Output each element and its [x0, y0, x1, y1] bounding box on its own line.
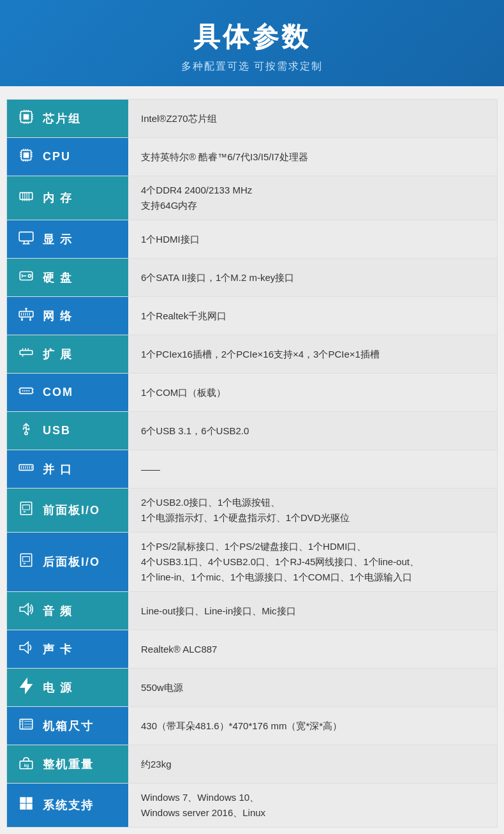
svg-rect-15 — [24, 152, 29, 158]
spec-name-front-panel: 前面板I/O — [43, 503, 100, 518]
cpu-icon — [16, 147, 36, 167]
chassis-icon — [16, 716, 36, 736]
spec-label-audio: 音 频 — [7, 592, 128, 630]
spec-name-weight: 整机重量 — [43, 757, 94, 772]
spec-name-usb: USB — [43, 424, 71, 437]
spec-value-line: 6个SATA II接口，1个M.2 m-key接口 — [141, 270, 294, 285]
spec-value-inner-parallel: —— — [141, 462, 160, 477]
svg-text:kg: kg — [24, 762, 29, 768]
spec-value-line: Intel®Z270芯片组 — [141, 111, 217, 126]
spec-value-power: 550w电源 — [128, 669, 497, 706]
chipset-icon — [16, 109, 36, 129]
spec-value-line: 1个COM口（板载） — [141, 385, 226, 400]
spec-label-memory: 内 存 — [7, 176, 128, 220]
spec-value-line: 支持英特尔® 酷睿™6/7代I3/I5/I7处理器 — [141, 149, 308, 165]
spec-value-line: 550w电源 — [141, 680, 183, 695]
spec-row-power: 电 源 550w电源 — [7, 669, 497, 707]
sound-card-icon — [16, 639, 36, 660]
svg-point-63 — [22, 390, 24, 391]
spec-name-power: 电 源 — [43, 680, 73, 695]
spec-value-inner-power: 550w电源 — [141, 680, 183, 695]
page-subtitle: 多种配置可选 可按需求定制 — [13, 60, 491, 73]
spec-row-os: 系统支持 Windows 7、Windows 10、Windows server… — [7, 784, 497, 827]
spec-value-line: 1个HDMI接口 — [141, 232, 200, 247]
svg-rect-87 — [23, 557, 30, 562]
spec-row-chipset: 芯片组 Intel®Z270芯片组 — [7, 100, 497, 138]
spec-name-rear-panel: 后面板I/O — [43, 554, 100, 570]
spec-value-com: 1个COM口（板载） — [128, 374, 497, 411]
spec-value-line: 1个PS/2鼠标接口、1个PS/2键盘接口、1个HDMI口、 — [141, 539, 419, 554]
spec-value-chassis: 430（带耳朵481.6）*470*176 mm（宽*深*高） — [128, 707, 497, 745]
svg-marker-89 — [20, 603, 28, 614]
spec-row-front-panel: 前面板I/O 2个USB2.0接口、1个电源按钮、1个电源指示灯、1个硬盘指示灯… — [7, 489, 497, 533]
spec-name-sound-card: 声 卡 — [43, 642, 73, 657]
spec-value-sound-card: Realtek® ALC887 — [128, 630, 497, 668]
svg-rect-37 — [19, 232, 33, 241]
spec-value-inner-chipset: Intel®Z270芯片组 — [141, 111, 217, 126]
spec-value-harddisk: 6个SATA II接口，1个M.2 m-key接口 — [128, 259, 497, 296]
spec-value-inner-display: 1个HDMI接口 — [141, 232, 200, 247]
svg-point-71 — [25, 432, 27, 434]
spec-name-os: 系统支持 — [43, 798, 94, 813]
spec-value-audio: Line-out接口、Line-in接口、Mic接口 — [128, 592, 497, 630]
spec-label-weight: kg 整机重量 — [7, 745, 128, 783]
spec-value-line: 1个PCIex16插槽，2个PCIe×16支持×4，3个PCIe×1插槽 — [141, 347, 380, 362]
network-icon — [16, 306, 36, 326]
spec-label-cpu: CPU — [7, 138, 128, 176]
com-icon — [16, 383, 36, 403]
svg-rect-101 — [20, 797, 26, 803]
spec-value-line: Realtek® ALC887 — [141, 642, 217, 657]
spec-value-inner-expansion: 1个PCIex16插槽，2个PCIe×16支持×4，3个PCIe×1插槽 — [141, 347, 380, 362]
svg-marker-91 — [20, 679, 31, 693]
spec-label-com: COM — [7, 374, 128, 411]
spec-row-memory: 内 存 4个DDR4 2400/2133 MHz支持64G内存 — [7, 176, 497, 220]
spec-value-rear-panel: 1个PS/2鼠标接口、1个PS/2键盘接口、1个HDMI口、4个USB3.1口、… — [128, 533, 497, 591]
spec-value-line: 6个USB 3.1，6个USB2.0 — [141, 423, 249, 439]
spec-label-parallel: 并 口 — [7, 450, 128, 488]
power-icon — [16, 678, 36, 698]
spec-value-parallel: —— — [128, 450, 497, 488]
spec-value-line: Windows server 2016、Linux — [141, 805, 265, 821]
svg-marker-90 — [20, 642, 28, 653]
svg-point-54 — [25, 307, 27, 309]
specs-table: 芯片组 Intel®Z270芯片组 CPU 支持英特尔® 酷睿™6/7代I3/I… — [6, 99, 498, 828]
svg-point-64 — [24, 390, 26, 391]
svg-rect-57 — [20, 350, 33, 354]
spec-value-inner-harddisk: 6个SATA II接口，1个M.2 m-key接口 — [141, 270, 294, 285]
audio-icon — [16, 601, 36, 621]
spec-row-display: 显 示 1个HDMI接口 — [7, 220, 497, 259]
spec-label-chipset: 芯片组 — [7, 100, 128, 137]
spec-row-weight: kg 整机重量 约23kg — [7, 745, 497, 784]
spec-label-os: 系统支持 — [7, 784, 128, 827]
spec-name-expansion: 扩 展 — [43, 347, 73, 362]
spec-value-inner-audio: Line-out接口、Line-in接口、Mic接口 — [141, 603, 296, 619]
spec-name-audio: 音 频 — [43, 603, 73, 619]
page-title: 具体参数 — [13, 19, 491, 55]
svg-point-56 — [29, 319, 31, 321]
spec-row-com: COM 1个COM口（板载） — [7, 374, 497, 412]
memory-icon — [16, 188, 36, 208]
spec-name-chipset: 芯片组 — [43, 111, 81, 126]
svg-point-55 — [21, 319, 23, 321]
spec-row-chassis: 机箱尺寸 430（带耳朵481.6）*470*176 mm（宽*深*高） — [7, 707, 497, 745]
spec-value-inner-sound-card: Realtek® ALC887 — [141, 642, 217, 657]
spec-name-parallel: 并 口 — [43, 462, 73, 477]
os-icon — [16, 795, 36, 815]
spec-row-cpu: CPU 支持英特尔® 酷睿™6/7代I3/I5/I7处理器 — [7, 138, 497, 176]
spec-name-display: 显 示 — [43, 232, 73, 247]
spec-name-chassis: 机箱尺寸 — [43, 718, 94, 734]
spec-value-network: 1个Realtek千兆网口 — [128, 297, 497, 335]
harddisk-icon — [16, 268, 36, 288]
spec-value-line: Windows 7、Windows 10、 — [141, 790, 265, 805]
rear-panel-icon — [16, 552, 36, 572]
spec-label-harddisk: 硬 盘 — [7, 259, 128, 296]
spec-row-audio: 音 频 Line-out接口、Line-in接口、Mic接口 — [7, 592, 497, 630]
spec-row-usb: USB 6个USB 3.1，6个USB2.0 — [7, 412, 497, 450]
spec-value-line: 430（带耳朵481.6）*470*176 mm（宽*深*高） — [141, 718, 342, 734]
spec-value-inner-rear-panel: 1个PS/2鼠标接口、1个PS/2键盘接口、1个HDMI口、4个USB3.1口、… — [141, 539, 419, 585]
spec-value-inner-cpu: 支持英特尔® 酷睿™6/7代I3/I5/I7处理器 — [141, 149, 308, 165]
page-wrapper: 具体参数 多种配置可选 可按需求定制 芯片组 Intel®Z270芯片组 CPU… — [0, 0, 504, 828]
svg-point-94 — [21, 720, 22, 722]
spec-value-inner-network: 1个Realtek千兆网口 — [141, 308, 226, 324]
spec-value-usb: 6个USB 3.1，6个USB2.0 — [128, 412, 497, 450]
